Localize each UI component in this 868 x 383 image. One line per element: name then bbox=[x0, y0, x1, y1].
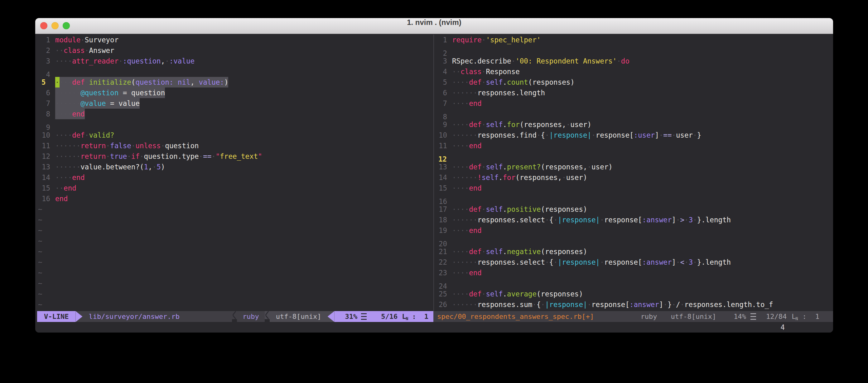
code-line[interactable]: 8 bbox=[434, 109, 833, 119]
nvim-splits: 1module·Surveyor2··class·Answer3····attr… bbox=[35, 34, 833, 322]
code-line[interactable]: 6······responses.length bbox=[434, 88, 833, 98]
buffer-spec-rb[interactable]: 1require·'spec_helper'23RSpec.describe·'… bbox=[434, 35, 833, 311]
code-line[interactable]: 25····def·self.average(responses) bbox=[434, 289, 833, 299]
empty-buffer-line: ~ bbox=[37, 214, 433, 225]
code-line[interactable]: 22······responses.select·{·|response|·re… bbox=[434, 257, 833, 268]
zoom-button[interactable] bbox=[63, 22, 70, 29]
empty-buffer-line: ~ bbox=[37, 246, 433, 257]
code-line[interactable]: 9 bbox=[37, 119, 433, 130]
line-number: 21 bbox=[434, 246, 447, 257]
code-text: ····def·self.count(responses) bbox=[452, 77, 575, 88]
code-line[interactable]: 3····attr_reader·:question,·:value bbox=[37, 56, 433, 66]
statusline-active: V-LINE lib/surveyor/answer.rb ruby utf-8… bbox=[37, 311, 433, 322]
code-line[interactable]: 12 bbox=[434, 151, 833, 162]
code-line[interactable]: 5····def·initialize(question:·nil,·value… bbox=[37, 77, 433, 88]
code-line[interactable]: 16end bbox=[37, 194, 433, 204]
buffer-answer-rb[interactable]: 1module·Surveyor2··class·Answer3····attr… bbox=[37, 35, 433, 311]
statusline-inactive: spec/00_respondents_answers_spec.rb[+] r… bbox=[434, 311, 833, 322]
line-number: 9 bbox=[434, 119, 447, 130]
code-text: ······return·true·if·question.type·==·"f… bbox=[55, 151, 262, 162]
code-line[interactable]: 10····def·valid? bbox=[37, 130, 433, 140]
code-line[interactable]: 8····end bbox=[37, 109, 433, 119]
tilde-marker: ~ bbox=[37, 258, 42, 266]
code-line[interactable]: 11····end bbox=[434, 140, 833, 151]
code-text: module·Surveyor bbox=[55, 35, 119, 45]
code-line[interactable]: 23····end bbox=[434, 268, 833, 278]
code-line[interactable]: 24 bbox=[434, 278, 833, 289]
powerline-arrow-right-icon bbox=[75, 311, 82, 322]
code-line[interactable]: 5····def·self.count(responses) bbox=[434, 77, 833, 88]
tilde-marker: ~ bbox=[37, 227, 42, 235]
code-line[interactable]: 2 bbox=[434, 45, 833, 56]
empty-buffer-line: ~ bbox=[37, 236, 433, 246]
code-line[interactable]: 14······!self.for(responses,·user) bbox=[434, 172, 833, 183]
line-number: 25 bbox=[434, 289, 447, 299]
code-line[interactable]: 20 bbox=[434, 236, 833, 246]
code-line[interactable]: 18······responses.select·{·|response|·re… bbox=[434, 214, 833, 225]
code-line[interactable]: 4··class·Response bbox=[434, 66, 833, 77]
position-segment: 31% 5/16 LN : 1 bbox=[335, 311, 433, 322]
code-text: ····end bbox=[452, 98, 482, 109]
code-line[interactable]: 16 bbox=[434, 194, 833, 204]
minimize-button[interactable] bbox=[52, 22, 59, 29]
code-line[interactable]: 6······@question·=·question bbox=[37, 88, 433, 98]
code-line[interactable]: 7····end bbox=[434, 98, 833, 109]
code-text: ····def·self.average(responses) bbox=[452, 289, 583, 299]
code-text: ······@value·=·value bbox=[55, 98, 140, 109]
empty-buffer-line: ~ bbox=[37, 257, 433, 268]
tilde-marker: ~ bbox=[37, 269, 42, 277]
code-line[interactable]: 11······return·false·unless·question bbox=[37, 140, 433, 151]
code-line[interactable]: 17····def·self.positive(responses) bbox=[434, 204, 833, 214]
code-line[interactable]: 19····end bbox=[434, 225, 833, 236]
line-number: 6 bbox=[434, 88, 447, 98]
code-line[interactable]: 12······return·true·if·question.type·==·… bbox=[37, 151, 433, 162]
code-line[interactable]: 26······responses.sum·{·|response|·respo… bbox=[434, 299, 833, 310]
line-number: 11 bbox=[434, 140, 447, 151]
line-number: 13 bbox=[37, 162, 50, 172]
code-line[interactable]: 1module·Surveyor bbox=[37, 35, 433, 45]
code-line[interactable]: 9····def·self.for(responses,·user) bbox=[434, 119, 833, 130]
code-line[interactable]: 21····def·self.negative(responses) bbox=[434, 246, 833, 257]
command-line[interactable]: 4 bbox=[35, 322, 833, 333]
filetype: ruby bbox=[237, 311, 265, 322]
column-number: 1 bbox=[815, 313, 819, 320]
code-text: ······responses.find·{·|response|·respon… bbox=[452, 130, 701, 140]
encoding: utf-8[unix] bbox=[671, 313, 716, 320]
filetype: ruby bbox=[641, 313, 657, 320]
tilde-marker: ~ bbox=[37, 301, 42, 309]
close-button[interactable] bbox=[40, 22, 48, 29]
tilde-marker: ~ bbox=[37, 216, 42, 224]
terminal-window: 1. nvim . (nvim) 1module·Surveyor2··clas… bbox=[35, 18, 833, 333]
mode-indicator: V-LINE bbox=[37, 311, 75, 322]
code-line[interactable]: 4 bbox=[37, 66, 433, 77]
code-text: ····def·initialize(question:·nil,·value:… bbox=[55, 77, 228, 88]
line-position: 5/16 bbox=[381, 313, 398, 320]
code-line[interactable]: 13······value.between?(1,·5) bbox=[37, 162, 433, 172]
line-number: 3 bbox=[434, 56, 447, 66]
code-line[interactable]: 15····end bbox=[434, 183, 833, 194]
titlebar[interactable]: 1. nvim . (nvim) bbox=[35, 18, 833, 34]
code-line[interactable]: 10······responses.find·{·|response|·resp… bbox=[434, 130, 833, 140]
code-text: ······responses.length bbox=[452, 88, 545, 98]
empty-buffer-line: ~ bbox=[37, 299, 433, 310]
code-line[interactable]: 7······@value·=·value bbox=[37, 98, 433, 109]
code-text: ····end bbox=[55, 172, 85, 183]
code-line[interactable]: 15··end bbox=[37, 183, 433, 194]
empty-buffer-line: ~ bbox=[37, 289, 433, 299]
line-number: 14 bbox=[37, 172, 50, 183]
terminal-content: 1module·Surveyor2··class·Answer3····attr… bbox=[35, 34, 833, 333]
line-number: 16 bbox=[37, 194, 50, 204]
code-text: ······responses.select·{·|response|·resp… bbox=[452, 257, 731, 268]
scroll-percent: 31% bbox=[345, 313, 358, 320]
line-number: 14 bbox=[434, 172, 447, 183]
code-line[interactable]: 3RSpec.describe·'00: Respondent Answers'… bbox=[434, 56, 833, 66]
code-line[interactable]: 14····end bbox=[37, 172, 433, 183]
line-number: 7 bbox=[434, 98, 447, 109]
code-line[interactable]: 2··class·Answer bbox=[37, 45, 433, 56]
code-text: ····attr_reader·:question,·:value bbox=[55, 56, 194, 66]
window-controls bbox=[40, 22, 70, 29]
code-line[interactable]: 1require·'spec_helper' bbox=[434, 35, 833, 45]
code-line[interactable]: 13····def·self.present?(responses,·user) bbox=[434, 162, 833, 172]
line-number: 23 bbox=[434, 268, 447, 278]
code-text: RSpec.describe·'00: Respondent Answers'·… bbox=[452, 56, 629, 66]
